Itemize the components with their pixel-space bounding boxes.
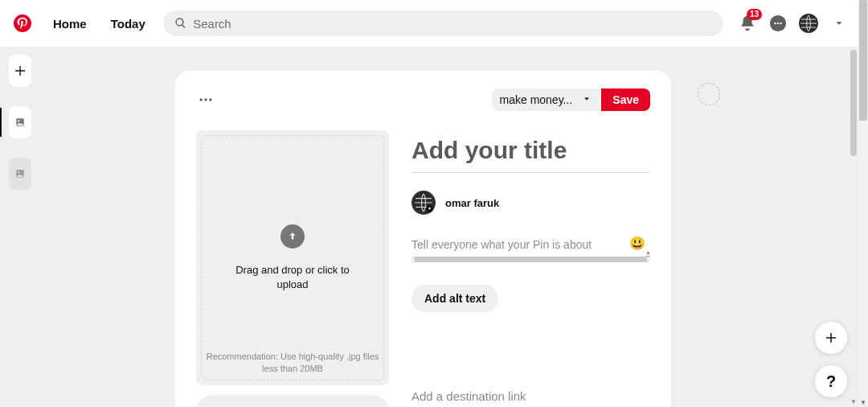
dropzone-border — [201, 135, 384, 380]
svg-point-3 — [777, 23, 780, 25]
fab-add-button[interactable] — [815, 322, 847, 354]
svg-point-9 — [18, 171, 19, 173]
composer-body: Drag and drop or click to upload Recomme… — [196, 130, 650, 407]
left-rail — [9, 55, 31, 190]
svg-point-10 — [200, 98, 203, 101]
search-input[interactable] — [193, 17, 712, 31]
pin-thumb-active[interactable] — [9, 106, 31, 138]
add-pin-button[interactable] — [9, 55, 31, 87]
author-avatar[interactable] — [411, 191, 436, 215]
left-column: Drag and drop or click to upload Recomme… — [196, 130, 389, 407]
notification-badge: 13 — [747, 9, 762, 20]
window-scrollbar[interactable]: ▼ — [858, 0, 868, 407]
header-right: make money... Save — [492, 88, 650, 111]
board-select[interactable]: make money... — [492, 88, 600, 111]
profile-avatar[interactable] — [799, 14, 818, 33]
upload-dropzone[interactable]: Drag and drop or click to upload Recomme… — [196, 130, 389, 385]
dropzone-text: Drag and drop or click to upload — [232, 263, 353, 291]
title-input[interactable] — [411, 135, 650, 173]
fab-help-button[interactable]: ? — [815, 365, 847, 397]
svg-point-2 — [774, 23, 776, 25]
progress-tracker-icon — [698, 83, 720, 105]
inner-scrollbar-thumb[interactable] — [850, 50, 857, 156]
inner-scroll-down-icon[interactable]: ▼ — [850, 397, 857, 405]
upload-icon — [280, 224, 305, 249]
notifications-button[interactable]: 13 — [738, 14, 757, 33]
save-from-site-button[interactable]: Save from site — [196, 395, 389, 407]
more-options-button[interactable] — [196, 90, 215, 109]
window-scroll-down-icon[interactable]: ▼ — [858, 397, 868, 407]
page-body: make money... Save Drag and drop or clic… — [0, 47, 868, 407]
right-column: omar faruk 😃 ▲▼ Add alt text — [411, 130, 650, 407]
dropzone-recommendation: Recommendation: Use high-quality .jpg fi… — [206, 351, 379, 374]
destination-link-input[interactable] — [411, 389, 650, 407]
window-scrollbar-thumb[interactable] — [859, 0, 867, 121]
pin-composer-card: make money... Save Drag and drop or clic… — [175, 71, 671, 407]
emoji-icon[interactable]: 😃 — [629, 236, 645, 251]
top-icons: 13 — [738, 14, 849, 33]
composer-header: make money... Save — [196, 88, 650, 111]
add-alt-text-button[interactable]: Add alt text — [411, 285, 498, 312]
author-row: omar faruk — [411, 191, 650, 215]
chevron-down-icon — [582, 93, 592, 106]
description-wrap: 😃 ▲▼ — [411, 237, 650, 262]
board-select-label: make money... — [500, 93, 573, 106]
messages-button[interactable] — [768, 14, 788, 33]
fab-stack: ? — [815, 322, 847, 397]
search-icon — [174, 17, 186, 30]
description-scrollbar[interactable] — [411, 257, 650, 262]
nav-today[interactable]: Today — [104, 9, 152, 39]
nav-home[interactable]: Home — [47, 9, 93, 39]
svg-point-12 — [209, 98, 211, 101]
account-menu-button[interactable] — [829, 14, 849, 33]
save-button[interactable]: Save — [601, 88, 650, 111]
svg-point-11 — [204, 98, 207, 101]
svg-point-7 — [18, 120, 19, 121]
pin-thumb-inactive[interactable] — [9, 158, 31, 190]
search-bar[interactable] — [163, 10, 723, 36]
pinterest-logo-icon[interactable] — [13, 14, 32, 33]
top-bar: Home Today 13 — [0, 0, 858, 47]
svg-point-4 — [780, 23, 782, 25]
description-input[interactable] — [411, 238, 650, 251]
author-name: omar faruk — [445, 197, 499, 209]
inner-scrollbar[interactable]: ▼ — [850, 47, 858, 407]
